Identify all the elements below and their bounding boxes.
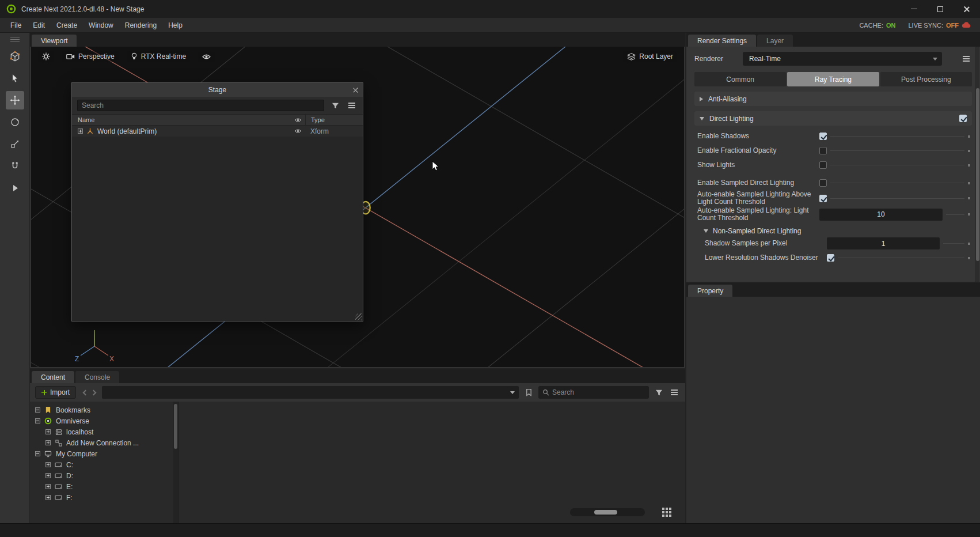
visibility-button[interactable] <box>198 52 215 62</box>
scale-tool-button[interactable] <box>6 135 24 153</box>
enable-fractional-opacity-checkbox[interactable] <box>819 147 827 154</box>
enable-shadows-checkbox[interactable] <box>819 133 827 140</box>
tab-console[interactable]: Console <box>75 371 119 383</box>
tab-common[interactable]: Common <box>694 72 786 86</box>
shadow-samples-field[interactable]: 1 <box>827 237 940 249</box>
auto-enable-sampled-lighting-checkbox[interactable] <box>819 195 827 202</box>
stage-filter-button[interactable] <box>329 100 341 111</box>
column-name[interactable]: Name <box>72 116 290 123</box>
tab-property[interactable]: Property <box>688 285 732 297</box>
file-grid-area[interactable] <box>178 402 685 523</box>
reset-indicator[interactable] <box>968 213 970 215</box>
collapse-toggle[interactable] <box>35 418 40 423</box>
menu-help[interactable]: Help <box>162 21 188 29</box>
tab-layer[interactable]: Layer <box>757 35 793 47</box>
scrollbar-thumb[interactable] <box>174 404 177 449</box>
collapse-toggle[interactable] <box>35 451 40 456</box>
selection-mode-button[interactable] <box>6 47 24 66</box>
tab-content[interactable]: Content <box>32 371 74 383</box>
content-options-button[interactable] <box>668 387 680 398</box>
bookmark-button[interactable] <box>523 387 534 398</box>
menu-window[interactable]: Window <box>83 21 119 29</box>
tree-item-localhost[interactable]: localhost <box>30 426 173 437</box>
scrollbar-thumb[interactable] <box>976 88 979 261</box>
reset-indicator[interactable] <box>968 257 970 259</box>
lower-resolution-shadows-denoiser-checkbox[interactable] <box>827 254 834 262</box>
import-button[interactable]: Import <box>35 386 76 399</box>
reset-indicator[interactable] <box>968 135 970 138</box>
section-non-sampled-direct-lighting[interactable]: Non-Sampled Direct Lighting <box>704 227 972 235</box>
tree-item-drive-e[interactable]: E: <box>30 481 173 492</box>
cursor-tool-button[interactable] <box>6 69 24 88</box>
reset-indicator[interactable] <box>968 197 970 199</box>
root-layer-dropdown[interactable]: Root Layer <box>623 51 677 62</box>
play-button[interactable] <box>6 179 24 197</box>
column-type[interactable]: Type <box>305 115 363 125</box>
renderer-dropdown[interactable]: Real-Time <box>743 52 942 66</box>
menu-create[interactable]: Create <box>51 21 83 29</box>
stage-titlebar[interactable]: Stage <box>72 83 363 97</box>
forward-button[interactable] <box>91 389 97 395</box>
view-mode-button[interactable] <box>661 506 673 518</box>
tree-item-bookmarks[interactable]: Bookmarks <box>30 404 173 415</box>
viewport-canvas[interactable]: Perspective RTX Real-time <box>31 47 684 367</box>
viewport-settings-button[interactable] <box>38 51 54 62</box>
rotate-tool-button[interactable] <box>6 113 24 131</box>
render-mode-dropdown[interactable]: RTX Real-time <box>127 51 190 62</box>
minimize-button[interactable] <box>901 0 927 18</box>
expand-toggle[interactable] <box>45 440 51 445</box>
reset-indicator[interactable] <box>968 150 970 152</box>
enable-sampled-direct-lighting-checkbox[interactable] <box>819 179 827 187</box>
tab-ray-tracing[interactable]: Ray Tracing <box>787 72 879 86</box>
snap-tool-button[interactable] <box>6 157 24 175</box>
tree-scrollbar[interactable] <box>173 402 178 523</box>
path-dropdown-arrow[interactable] <box>510 391 515 394</box>
content-search[interactable] <box>538 386 649 399</box>
column-visibility[interactable] <box>290 118 305 123</box>
tree-item-drive-c[interactable]: C: <box>30 459 173 470</box>
render-options-button[interactable] <box>960 53 972 65</box>
stage-row-world[interactable]: World (defaultPrim) Xform <box>72 126 363 137</box>
stage-close-button[interactable] <box>352 86 359 93</box>
tree-item-add-new-connection[interactable]: Add New Connection ... <box>30 437 173 448</box>
expand-toggle[interactable] <box>78 128 83 134</box>
reset-indicator[interactable] <box>968 164 970 167</box>
move-tool-button[interactable] <box>6 91 24 109</box>
close-button[interactable] <box>954 0 980 18</box>
content-filter-button[interactable] <box>653 387 664 398</box>
tab-viewport[interactable]: Viewport <box>32 35 77 47</box>
section-anti-aliasing[interactable]: Anti-Aliasing <box>694 92 972 106</box>
expand-toggle[interactable] <box>45 484 51 489</box>
menu-file[interactable]: File <box>5 21 27 29</box>
tree-item-drive-d[interactable]: D: <box>30 470 173 481</box>
tree-item-drive-f[interactable]: F: <box>30 492 173 503</box>
path-bar[interactable] <box>102 386 519 399</box>
visibility-toggle[interactable] <box>290 128 305 134</box>
light-count-threshold-field[interactable]: 10 <box>819 209 943 221</box>
show-lights-checkbox[interactable] <box>819 161 827 169</box>
expand-toggle[interactable] <box>45 429 51 434</box>
expand-toggle[interactable] <box>45 495 51 500</box>
expand-toggle[interactable] <box>45 473 51 478</box>
stage-resize-grip[interactable] <box>355 313 362 320</box>
section-direct-lighting[interactable]: Direct Lighting <box>694 111 972 126</box>
back-button[interactable] <box>83 389 89 395</box>
reset-indicator[interactable] <box>968 182 970 184</box>
live-sync-status[interactable]: LIVE SYNC: OFF <box>908 22 971 29</box>
direct-lighting-checkbox[interactable] <box>959 115 967 122</box>
toolbar-drag-handle[interactable] <box>10 37 20 41</box>
tree-item-my-computer[interactable]: My Computer <box>30 448 173 459</box>
tree-item-omniverse[interactable]: Omniverse <box>30 415 173 426</box>
maximize-button[interactable] <box>927 0 954 18</box>
slider-thumb[interactable] <box>594 510 617 515</box>
thumbnail-zoom-slider[interactable] <box>570 508 645 516</box>
camera-mode-dropdown[interactable]: Perspective <box>62 51 119 62</box>
stage-search-input[interactable] <box>77 100 324 111</box>
expand-toggle[interactable] <box>45 462 51 467</box>
tab-render-settings[interactable]: Render Settings <box>688 35 756 47</box>
tab-post-processing[interactable]: Post Processing <box>880 72 972 86</box>
menu-rendering[interactable]: Rendering <box>119 21 162 29</box>
content-search-input[interactable] <box>552 388 645 396</box>
menu-edit[interactable]: Edit <box>27 21 51 29</box>
collapse-toggle[interactable] <box>35 407 40 413</box>
